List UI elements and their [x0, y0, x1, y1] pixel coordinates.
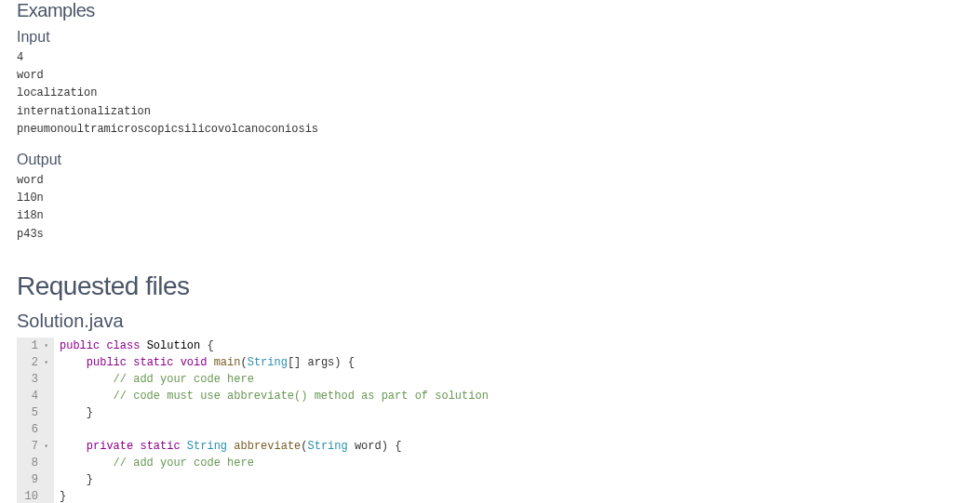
fold-indicator-icon[interactable]: ▾ — [41, 441, 48, 452]
line-number: 10 — [20, 488, 48, 503]
code-editor[interactable]: 1▾2▾34567▾8910 public class Solution { p… — [17, 338, 963, 503]
code-line[interactable] — [60, 421, 489, 438]
line-number: 3 — [20, 371, 48, 388]
input-label: Input — [17, 29, 963, 46]
code-line[interactable]: } — [60, 488, 489, 503]
line-number: 4 — [20, 388, 48, 404]
requested-files-section: Requested files Solution.java 1▾2▾34567▾… — [17, 271, 963, 503]
code-line[interactable]: // code must use abbreviate() method as … — [60, 388, 489, 404]
code-line[interactable]: } — [60, 404, 489, 421]
code-line[interactable]: public static void main(String[] args) { — [60, 354, 489, 371]
line-number: 5 — [20, 404, 48, 421]
line-number: 8 — [20, 455, 48, 471]
code-line[interactable]: // add your code here — [60, 371, 489, 388]
line-number-gutter: 1▾2▾34567▾8910 — [17, 338, 54, 503]
code-line[interactable]: public class Solution { — [60, 338, 489, 354]
code-line[interactable]: } — [60, 471, 489, 488]
line-number: 6 — [20, 421, 48, 438]
examples-heading: Examples — [17, 0, 963, 21]
line-number: 2▾ — [20, 354, 48, 371]
line-number: 9 — [20, 471, 48, 488]
code-line[interactable]: private static String abbreviate(String … — [60, 438, 489, 455]
code-line[interactable]: // add your code here — [60, 455, 489, 471]
line-number: 1▾ — [20, 338, 48, 354]
filename: Solution.java — [17, 311, 963, 332]
fold-indicator-icon[interactable]: ▾ — [41, 357, 48, 368]
requested-files-heading: Requested files — [17, 271, 963, 301]
output-label: Output — [17, 152, 963, 168]
fold-indicator-icon[interactable]: ▾ — [41, 340, 48, 351]
examples-section: Examples Input 4 word localization inter… — [17, 0, 963, 244]
output-sample: word l10n i18n p43s — [17, 172, 963, 244]
line-number: 7▾ — [20, 438, 48, 455]
code-content[interactable]: public class Solution { public static vo… — [54, 338, 489, 503]
input-sample: 4 word localization internationalization… — [17, 49, 963, 139]
